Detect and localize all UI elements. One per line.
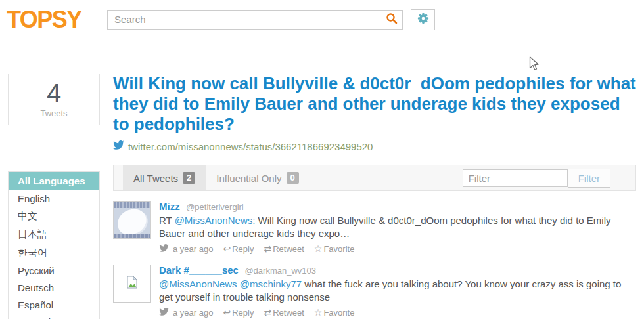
tweet-author-handle[interactable]: @petiterivergirl bbox=[186, 202, 244, 212]
tweet-row: Mizz @petiterivergirl RT @MissAnonNews: … bbox=[113, 201, 636, 254]
language-item[interactable]: Русский bbox=[9, 263, 99, 280]
reply-icon: ↩ bbox=[223, 244, 231, 254]
settings-button[interactable] bbox=[411, 9, 435, 30]
tweet-author-row: Dark #______sec @darkman_wv103 bbox=[159, 265, 630, 276]
main-area: 4 Tweets All Languages English 中文 日本語 한국… bbox=[0, 39, 644, 319]
language-list: English 中文 日本語 한국어 Русский Deutsch Españ… bbox=[9, 190, 99, 319]
tweet-time-label: a year ago bbox=[173, 244, 213, 254]
tab-all-tweets[interactable]: All Tweets 2 bbox=[123, 165, 206, 190]
tweet-footer: a year ago ↩ Reply ⇄ Retweet ☆ Favorit bbox=[159, 244, 630, 254]
language-item[interactable]: Français bbox=[9, 314, 99, 319]
search-box bbox=[107, 10, 403, 30]
tweet-list: Mizz @petiterivergirl RT @MissAnonNews: … bbox=[113, 201, 636, 318]
twitter-bird-icon bbox=[113, 140, 128, 152]
tab-all-tweets-count: 2 bbox=[183, 172, 195, 184]
filter-group: Filter bbox=[463, 165, 610, 190]
tweet-author-handle[interactable]: @darkman_wv103 bbox=[244, 266, 316, 276]
language-item[interactable]: 中文 bbox=[9, 207, 99, 226]
mention-link[interactable]: @MissAnonNews bbox=[159, 278, 237, 289]
reply-button[interactable]: ↩ Reply bbox=[223, 307, 254, 318]
retweet-label: Retweet bbox=[273, 244, 304, 254]
language-item[interactable]: 日本語 bbox=[9, 226, 99, 244]
tweets-count-label: Tweets bbox=[9, 108, 99, 118]
app-header: TOPSY bbox=[0, 0, 644, 39]
tab-influential-only-count: 0 bbox=[287, 172, 299, 184]
star-icon: ☆ bbox=[314, 307, 323, 318]
tab-bar: All Tweets 2 Influential Only 0 Filter bbox=[113, 165, 636, 191]
twitter-bird-icon bbox=[159, 308, 173, 318]
tweet-text: @MissAnonNews @mschinky77 what the fuck … bbox=[159, 278, 630, 304]
tweet-author-name[interactable]: Dark #______sec bbox=[159, 265, 239, 276]
mention-link[interactable]: @MissAnonNews: bbox=[175, 215, 256, 226]
search-icon bbox=[386, 12, 398, 26]
language-item[interactable]: Español bbox=[9, 297, 99, 314]
tab-all-tweets-label: All Tweets bbox=[133, 173, 178, 184]
tweet-footer: a year ago ↩ Reply ⇄ Retweet ☆ Favorit bbox=[159, 307, 630, 318]
tweet-time-label: a year ago bbox=[173, 308, 213, 318]
retweet-button[interactable]: ⇄ Retweet bbox=[264, 244, 304, 254]
language-item[interactable]: Deutsch bbox=[9, 280, 99, 297]
gear-icon bbox=[417, 12, 429, 26]
broken-image-icon bbox=[127, 276, 137, 291]
avatar[interactable] bbox=[113, 201, 151, 239]
tweet-author-name[interactable]: Mizz bbox=[159, 201, 180, 212]
source-row: twitter.com/missanonnews/status/36621186… bbox=[113, 140, 636, 152]
twitter-bird-icon bbox=[159, 244, 173, 254]
retweet-button[interactable]: ⇄ Retweet bbox=[264, 307, 304, 318]
reply-label: Reply bbox=[232, 308, 254, 318]
retweet-icon: ⇄ bbox=[264, 244, 271, 254]
tweet-timestamp[interactable]: a year ago bbox=[159, 308, 213, 318]
language-filter-all[interactable]: All Languages bbox=[9, 172, 99, 190]
search-button[interactable] bbox=[383, 12, 400, 28]
avatar-image-detail bbox=[114, 234, 150, 238]
retweet-icon: ⇄ bbox=[264, 307, 271, 318]
star-icon: ☆ bbox=[314, 244, 323, 254]
reply-button[interactable]: ↩ Reply bbox=[223, 244, 254, 254]
tweet-row: Dark #______sec @darkman_wv103 @MissAnon… bbox=[113, 265, 636, 318]
avatar-image-detail bbox=[116, 207, 149, 236]
language-item[interactable]: English bbox=[9, 190, 99, 207]
favorite-label: Favorite bbox=[323, 244, 354, 254]
tab-influential-only-label: Influential Only bbox=[216, 173, 281, 184]
page-title: Will King now call Bullyville & d0ct0r_d… bbox=[113, 74, 636, 135]
tweets-counter[interactable]: 4 Tweets bbox=[8, 74, 100, 125]
tweets-count-value: 4 bbox=[9, 78, 99, 108]
tweet-body: Dark #______sec @darkman_wv103 @MissAnon… bbox=[159, 265, 630, 318]
retweet-label: Retweet bbox=[273, 308, 304, 318]
source-link[interactable]: twitter.com/missanonnews/status/36621186… bbox=[128, 141, 373, 152]
sidebar: 4 Tweets All Languages English 中文 日本語 한국… bbox=[8, 74, 100, 319]
content: Will King now call Bullyville & d0ct0r_d… bbox=[113, 74, 636, 319]
filter-button[interactable]: Filter bbox=[568, 169, 610, 188]
tweet-text-part: RT bbox=[159, 215, 175, 226]
tweet-timestamp[interactable]: a year ago bbox=[159, 244, 213, 254]
favorite-label: Favorite bbox=[323, 308, 354, 318]
avatar-image-detail bbox=[114, 202, 150, 208]
favorite-button[interactable]: ☆ Favorite bbox=[314, 244, 355, 254]
avatar[interactable] bbox=[113, 265, 151, 303]
language-filter: All Languages English 中文 日本語 한국어 Русский… bbox=[8, 171, 100, 319]
tweet-body: Mizz @petiterivergirl RT @MissAnonNews: … bbox=[159, 201, 630, 254]
reply-icon: ↩ bbox=[223, 307, 231, 318]
topsy-logo[interactable]: TOPSY bbox=[7, 6, 104, 33]
reply-label: Reply bbox=[232, 244, 254, 254]
language-item[interactable]: 한국어 bbox=[9, 244, 99, 263]
mention-link[interactable]: @mschinky77 bbox=[240, 278, 302, 289]
search-input[interactable] bbox=[107, 10, 403, 30]
tab-influential-only[interactable]: Influential Only 0 bbox=[206, 165, 309, 190]
tweet-author-row: Mizz @petiterivergirl bbox=[159, 201, 630, 213]
tweet-text: RT @MissAnonNews: Will King now call Bul… bbox=[159, 214, 630, 240]
favorite-button[interactable]: ☆ Favorite bbox=[314, 307, 355, 318]
filter-input[interactable] bbox=[463, 169, 568, 187]
